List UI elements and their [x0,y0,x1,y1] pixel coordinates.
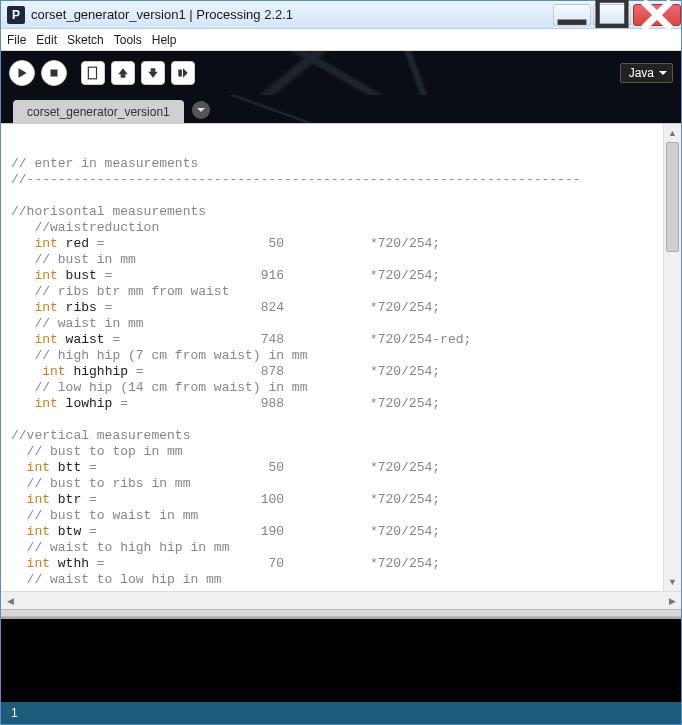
svg-rect-1 [598,0,627,25]
code-line[interactable]: //vertical measurements [11,428,663,444]
toolbar: Java [1,51,681,95]
minimize-button[interactable] [553,4,591,26]
mode-selector[interactable]: Java [620,63,673,83]
svg-marker-12 [183,68,188,77]
code-line[interactable] [11,188,663,204]
menu-sketch[interactable]: Sketch [67,33,104,47]
run-button[interactable] [9,60,35,86]
code-line[interactable]: int red = 50 *720/254; [11,236,663,252]
line-number: 1 [11,706,18,720]
code-line[interactable]: int btw = 190 *720/254; [11,524,663,540]
scroll-right-button[interactable]: ▶ [663,592,681,609]
svg-rect-8 [121,74,126,78]
code-line[interactable]: int wthh = 70 *720/254; [11,556,663,572]
statusbar: 1 [1,702,681,724]
tabbar: corset_generator_version1 [1,95,681,123]
processing-app-icon: P [7,6,25,24]
vertical-scrollbar[interactable]: ▲ ▼ [663,124,681,591]
stop-button[interactable] [41,60,67,86]
app-window: P corset_generator_version1 | Processing… [0,0,682,725]
code-line[interactable] [11,412,663,428]
save-button[interactable] [141,61,165,85]
menu-help[interactable]: Help [152,33,177,47]
code-line[interactable]: // ribs btr mm from waist [11,284,663,300]
svg-rect-9 [151,68,156,72]
svg-rect-5 [51,70,58,77]
titlebar[interactable]: P corset_generator_version1 | Processing… [1,1,681,29]
code-line[interactable]: // waist in mm [11,316,663,332]
code-line[interactable]: int lowhip = 988 *720/254; [11,396,663,412]
horizontal-scrollbar[interactable]: ◀ ▶ [1,591,681,609]
code-line[interactable] [11,140,663,156]
new-button[interactable] [81,61,105,85]
tab-menu-button[interactable] [192,101,210,119]
code-line[interactable]: int btt = 50 *720/254; [11,460,663,476]
code-line[interactable]: // waist to high hip in mm [11,540,663,556]
code-line[interactable]: // bust to waist in mm [11,508,663,524]
open-button[interactable] [111,61,135,85]
code-line[interactable]: // bust to ribs in mm [11,476,663,492]
svg-rect-11 [178,70,182,77]
code-line[interactable]: int bust = 916 *720/254; [11,268,663,284]
svg-marker-7 [118,68,127,74]
scroll-down-button[interactable]: ▼ [664,573,681,591]
code-line[interactable]: // enter in measurements [11,156,663,172]
code-editor[interactable]: // enter in measurements//--------------… [1,124,663,591]
window-title: corset_generator_version1 | Processing 2… [31,7,551,22]
menu-tools[interactable]: Tools [114,33,142,47]
code-line[interactable]: int waist = 748 *720/254-red; [11,332,663,348]
scroll-thumb-v[interactable] [666,142,679,252]
sketch-tab[interactable]: corset_generator_version1 [13,100,184,123]
svg-marker-4 [19,68,27,77]
code-line[interactable]: //horisontal measurements [11,204,663,220]
code-line[interactable]: // bust to top in mm [11,444,663,460]
code-line[interactable]: int ribs = 824 *720/254; [11,300,663,316]
scroll-up-button[interactable]: ▲ [664,124,681,142]
code-line[interactable]: int highhip = 878 *720/254; [11,364,663,380]
code-line[interactable]: // bust in mm [11,252,663,268]
menu-edit[interactable]: Edit [36,33,57,47]
code-line[interactable]: // low hip (14 cm from waist) in mm [11,380,663,396]
svg-marker-10 [148,72,157,78]
console[interactable] [1,617,681,702]
editor-area: // enter in measurements//--------------… [1,123,681,591]
code-line[interactable]: int btr = 100 *720/254; [11,492,663,508]
window-controls [551,4,681,26]
scroll-left-button[interactable]: ◀ [1,592,19,609]
export-button[interactable] [171,61,195,85]
maximize-button[interactable] [593,4,631,26]
menubar: File Edit Sketch Tools Help [1,29,681,51]
close-button[interactable] [633,4,681,26]
code-line[interactable]: // high hip (7 cm from waist) in mm [11,348,663,364]
code-line[interactable]: // waist to low hip in mm [11,572,663,588]
code-line[interactable]: //--------------------------------------… [11,172,663,188]
menu-file[interactable]: File [7,33,26,47]
svg-rect-6 [88,67,96,79]
console-separator[interactable] [1,609,681,617]
code-line[interactable]: //waistreduction [11,220,663,236]
